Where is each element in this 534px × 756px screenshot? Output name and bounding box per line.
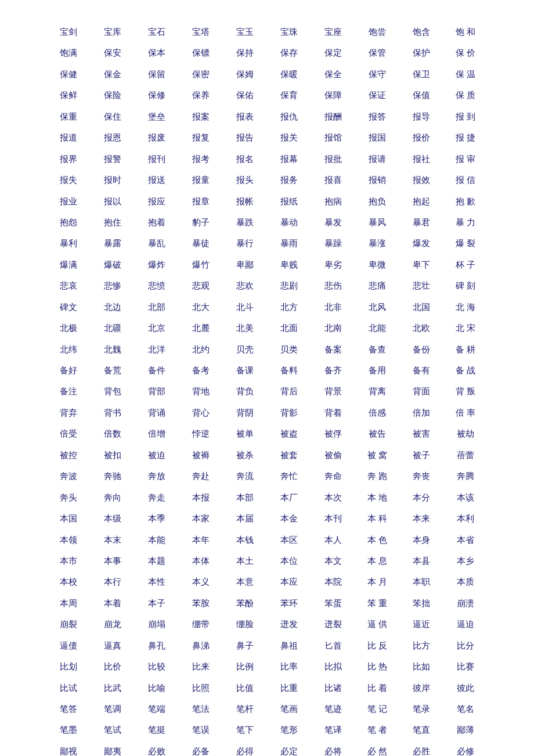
- list-item: 本应: [267, 573, 311, 591]
- list-item: 保镖: [179, 44, 223, 62]
- list-item: 比喻: [135, 679, 179, 697]
- list-item: 备有: [399, 362, 443, 379]
- list-item: 北非: [311, 298, 355, 316]
- list-item: 倍感: [355, 404, 399, 422]
- list-item: 笔形: [267, 721, 311, 739]
- list-item: 奔向: [91, 489, 135, 506]
- list-item: 暴乱: [135, 235, 179, 252]
- list-item: 北 宋: [443, 319, 488, 337]
- list-item: 保本: [135, 44, 179, 62]
- list-item: 宝玉: [223, 23, 267, 41]
- list-item: 备荒: [91, 362, 135, 379]
- list-item: 被迫: [135, 447, 179, 464]
- list-item: 本市: [46, 552, 91, 570]
- list-item: 抱负: [355, 193, 399, 210]
- list-item: 堡垒: [135, 108, 179, 125]
- list-item: 笔译: [311, 721, 355, 739]
- list-item: 笔下: [223, 721, 267, 739]
- list-item: 卑鄙: [223, 256, 267, 273]
- list-item: 饱满: [46, 44, 91, 62]
- list-item: 笨蛋: [311, 595, 355, 612]
- list-item: 保全: [311, 66, 355, 83]
- list-item: 北能: [355, 319, 399, 337]
- list-item: 本身: [399, 531, 443, 549]
- list-item: 宝塔: [179, 23, 223, 41]
- list-item: 备考: [179, 362, 223, 379]
- list-item: 本着: [91, 595, 135, 612]
- list-item: 暴动: [267, 214, 311, 231]
- list-item: 本省: [443, 531, 488, 549]
- list-item: 贝壳: [223, 341, 267, 358]
- list-item: 备用: [355, 362, 399, 379]
- list-item: 本金: [267, 510, 311, 527]
- list-item: 暴风: [355, 214, 399, 231]
- list-item: 崩裂: [46, 615, 91, 633]
- list-item: 被套: [267, 447, 311, 464]
- list-item: 报业: [46, 193, 91, 210]
- list-item: 暴露: [91, 235, 135, 252]
- list-item: 保证: [355, 87, 399, 104]
- list-item: 备 战: [443, 362, 488, 379]
- list-item: 报表: [223, 108, 267, 125]
- list-item: 保留: [135, 66, 179, 83]
- list-item: 北部: [135, 298, 179, 316]
- list-item: 饱含: [399, 23, 443, 41]
- list-item: 奔丧: [399, 467, 443, 485]
- list-item: 报章: [179, 193, 223, 210]
- list-item: 报幕: [267, 150, 311, 168]
- list-item: 悲愤: [135, 277, 179, 294]
- list-item: 报道: [46, 129, 91, 146]
- list-item: 笔试: [91, 721, 135, 739]
- list-item: 逼迫: [443, 615, 488, 633]
- list-item: 本事: [91, 552, 135, 570]
- list-item: 本 色: [355, 531, 399, 549]
- list-item: 必将: [311, 743, 355, 756]
- list-item: 悲欢: [223, 277, 267, 294]
- list-item: 本能: [135, 531, 179, 549]
- list-item: 本位: [267, 552, 311, 570]
- list-item: 贝类: [267, 341, 311, 358]
- list-item: 本 科: [355, 510, 399, 527]
- list-item: 北风: [355, 298, 399, 316]
- list-item: 保 质: [443, 87, 488, 104]
- list-item: 崩溃: [443, 595, 488, 612]
- list-item: 被单: [223, 425, 267, 442]
- list-item: 笔调: [91, 700, 135, 718]
- list-item: 必败: [135, 743, 179, 756]
- list-item: 本刊: [311, 510, 355, 527]
- list-item: 笔杆: [223, 700, 267, 718]
- list-item: 笔挺: [135, 721, 179, 739]
- list-item: 爆破: [91, 256, 135, 273]
- list-item: 悖逆: [179, 425, 223, 442]
- list-item: 奔流: [223, 467, 267, 485]
- list-item: 背面: [399, 383, 443, 400]
- list-item: 本体: [179, 552, 223, 570]
- list-item: 比划: [46, 658, 91, 675]
- list-item: 本职: [399, 573, 443, 591]
- list-item: 报复: [179, 129, 223, 146]
- list-item: 报请: [355, 150, 399, 168]
- list-item: 奔波: [46, 467, 91, 485]
- list-item: 备件: [135, 362, 179, 379]
- list-item: 笔录: [399, 700, 443, 718]
- list-item: 笔迹: [311, 700, 355, 718]
- list-item: 本领: [46, 531, 91, 549]
- list-item: 本次: [311, 489, 355, 506]
- list-item: 鼻子: [223, 637, 267, 654]
- list-item: 背地: [179, 383, 223, 400]
- list-item: 蓓蕾: [443, 447, 488, 464]
- list-item: 报纸: [267, 193, 311, 210]
- list-item: 被俘: [311, 425, 355, 442]
- list-item: 必得: [223, 743, 267, 756]
- list-item: 保存: [267, 44, 311, 62]
- list-item: 报效: [399, 171, 443, 189]
- list-item: 逼近: [399, 615, 443, 633]
- list-item: 本末: [91, 531, 135, 549]
- list-item: 本县: [399, 552, 443, 570]
- list-item: 匕首: [311, 637, 355, 654]
- list-item: 笔法: [179, 700, 223, 718]
- list-item: 迸发: [267, 615, 311, 633]
- list-item: 报 到: [443, 108, 488, 125]
- list-item: 比 着: [355, 679, 399, 697]
- list-item: 逼真: [91, 637, 135, 654]
